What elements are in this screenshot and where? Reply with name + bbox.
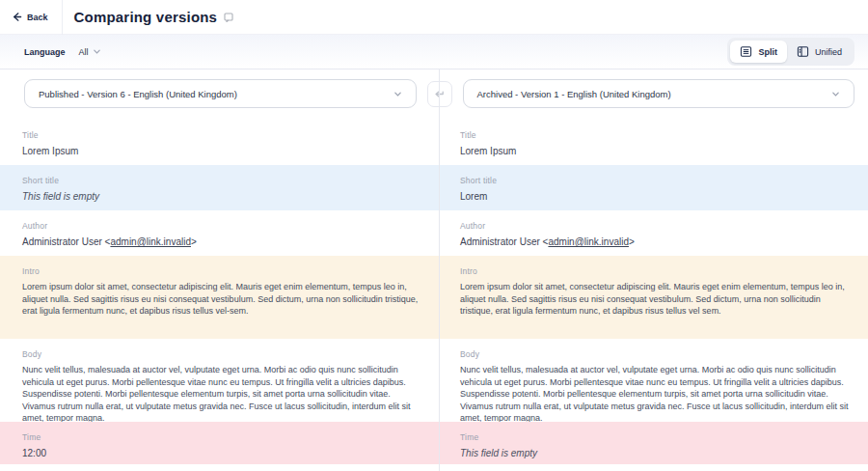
back-label: Back [27,13,48,22]
field-cell-left: Author Administrator User <admin@link.in… [0,210,439,256]
version-select-right-value: Archived - Version 1 - English (United K… [477,89,671,99]
language-select[interactable]: All [79,47,101,57]
author-email-link[interactable]: admin@link.invalid [110,236,191,247]
field-value: Lorem [460,191,849,202]
field-label: Short title [22,176,420,185]
version-select-left-value: Published - Version 6 - English (United … [39,89,237,99]
top-bar: Back Comparing versions [0,0,868,35]
field-label: Body [22,349,420,359]
field-label: Intro [22,266,420,276]
field-row: Short title This field is empty Short ti… [0,165,868,210]
chevron-down-icon [93,47,101,56]
chevron-down-icon [831,90,840,98]
view-toggle: Split Unified [727,38,854,66]
field-value: Lorem Ipsum [22,146,420,156]
field-label: Body [460,349,849,359]
field-value: Administrator User <admin@link.invalid> [460,236,849,247]
field-value: Lorem Ipsum [460,146,849,156]
field-value: Administrator User <admin@link.invalid> [22,236,420,247]
split-label: Split [758,47,777,57]
field-value: 12:00 [22,448,420,458]
field-cell-right: Body Nunc velit tellus, malesuada at auc… [439,339,868,422]
field-label: Title [22,130,420,140]
comparison-area: Published - Version 6 - English (United … [0,69,868,471]
field-value: This field is empty [460,448,849,458]
field-value: This field is empty [22,191,420,202]
field-label: Time [22,432,420,442]
field-label: Author [22,221,420,231]
field-cell-left: Time 12:00 [0,422,439,464]
author-email-link[interactable]: admin@link.invalid [548,236,629,247]
version-select-right[interactable]: Archived - Version 1 - English (United K… [463,79,855,108]
back-button[interactable]: Back [0,0,62,34]
unified-view-icon [797,45,809,58]
center-divider [439,69,440,471]
field-value: Lorem ipsum dolor sit amet, consectetur … [22,281,420,318]
toolbar: Language All Split Unified [0,35,868,69]
language-label: Language [24,47,66,57]
field-cell-right: Author Administrator User <admin@link.in… [439,210,868,256]
comment-icon [224,13,233,22]
field-cell-left: Body Nunc velit tellus, malesuada at auc… [0,339,439,422]
field-cell-right: Time This field is empty [439,422,868,464]
field-row: Author Administrator User <admin@link.in… [0,210,868,256]
field-value: Nunc velit tellus, malesuada at auctor v… [22,364,420,422]
field-label: Time [460,432,849,442]
page-title: Comparing versions [74,9,234,25]
field-cell-left: Intro Lorem ipsum dolor sit amet, consec… [0,256,439,339]
field-value: Lorem ipsum dolor sit amet, consectetur … [460,281,849,318]
version-select-left[interactable]: Published - Version 6 - English (United … [24,79,417,108]
language-value: All [79,47,89,57]
field-label: Author [460,221,849,231]
field-row: Intro Lorem ipsum dolor sit amet, consec… [0,256,868,339]
field-label: Intro [460,266,849,276]
field-cell-left: Short title This field is empty [0,165,439,210]
unified-label: Unified [815,47,842,57]
field-value: Nunc velit tellus, malesuada at auctor v… [460,364,849,422]
header-divider [62,0,63,35]
field-row: Title Lorem Ipsum Title Lorem Ipsum [0,120,868,165]
split-view-button[interactable]: Split [730,41,787,63]
language-filter-group: Language All [24,47,101,57]
field-row: Body Nunc velit tellus, malesuada at auc… [0,339,868,422]
field-row: Time 12:00 Time This field is empty [0,422,868,464]
unified-view-button[interactable]: Unified [787,41,852,63]
version-selectors-row: Published - Version 6 - English (United … [0,69,868,120]
chevron-down-icon [393,90,402,98]
field-cell-right: Title Lorem Ipsum [439,120,868,165]
field-label: Title [460,130,849,140]
field-label: Short title [460,176,849,185]
arrow-left-icon [12,12,22,22]
page-title-text: Comparing versions [74,9,218,25]
split-view-icon [740,45,752,58]
field-cell-right: Short title Lorem [439,165,868,210]
field-cell-right: Intro Lorem ipsum dolor sit amet, consec… [439,256,868,339]
field-rows-container: Title Lorem Ipsum Title Lorem Ipsum Shor… [0,120,868,464]
field-cell-left: Title Lorem Ipsum [0,120,439,165]
